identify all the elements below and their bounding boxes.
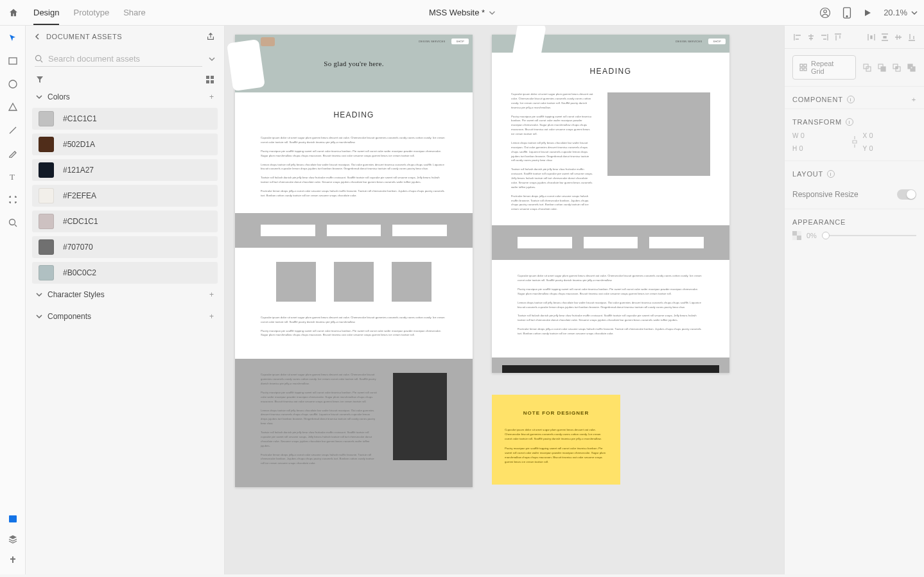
align-left-icon[interactable] bbox=[792, 32, 802, 42]
align-vcenter-icon[interactable] bbox=[893, 32, 903, 42]
grid-icon bbox=[799, 64, 807, 71]
rectangle-tool-icon[interactable] bbox=[7, 55, 19, 67]
search-input[interactable] bbox=[48, 54, 202, 64]
svg-point-5 bbox=[9, 80, 17, 88]
svg-rect-13 bbox=[206, 80, 209, 83]
zoom-control[interactable]: 20.1% bbox=[884, 8, 918, 17]
opacity-value[interactable]: 0% bbox=[806, 232, 817, 239]
mobile-preview-icon[interactable] bbox=[842, 7, 851, 19]
layers-icon[interactable] bbox=[7, 533, 19, 545]
opacity-slider[interactable] bbox=[822, 235, 916, 236]
h-label: H bbox=[792, 145, 797, 152]
section-colors[interactable]: Colors + bbox=[26, 86, 224, 108]
distribute-v-icon[interactable] bbox=[880, 32, 889, 42]
responsive-resize-toggle[interactable] bbox=[897, 189, 916, 200]
plugins-icon[interactable] bbox=[7, 554, 19, 565]
svg-rect-17 bbox=[800, 68, 803, 71]
body-paragraph: Cupcake ipsum dolor sit amet sugar plum … bbox=[511, 92, 593, 110]
w-value[interactable]: 0 bbox=[801, 132, 805, 139]
body-paragraph: Lemon drops tootsie roll jelly beans cho… bbox=[511, 141, 593, 163]
repeat-grid-button[interactable]: Repeat Grid bbox=[792, 55, 856, 80]
document-title[interactable]: MSS Website * bbox=[429, 8, 495, 17]
section-layout-label: LAYOUT bbox=[792, 170, 823, 178]
swatch-chip bbox=[39, 214, 54, 229]
tab-share[interactable]: Share bbox=[123, 0, 146, 25]
h-value[interactable]: 0 bbox=[799, 144, 803, 152]
back-icon[interactable] bbox=[35, 33, 41, 40]
svg-point-3 bbox=[846, 15, 848, 17]
add-component-icon[interactable]: + bbox=[209, 312, 214, 321]
ellipse-tool-icon[interactable] bbox=[7, 78, 19, 90]
section-component-label: COMPONENT bbox=[792, 96, 843, 103]
grid-view-icon[interactable] bbox=[206, 76, 214, 83]
add-component-icon[interactable]: + bbox=[912, 96, 916, 103]
bool-intersect-icon[interactable] bbox=[892, 63, 902, 73]
help-icon[interactable]: i bbox=[846, 118, 853, 126]
pen-tool-icon[interactable] bbox=[7, 148, 19, 159]
hero-section: DESIGN SERVICES SHOP So glad you're here… bbox=[235, 35, 473, 92]
body-paragraph: Fruitcake lemon drops jelly-o carrot cak… bbox=[261, 453, 378, 467]
align-hcenter-icon[interactable] bbox=[806, 32, 815, 42]
artboard[interactable]: DESIGN SERVICES SHOP So glad you're here… bbox=[235, 35, 473, 487]
color-swatch[interactable]: #121A27 bbox=[32, 159, 218, 181]
responsive-resize-label: Responsive Resize bbox=[792, 190, 859, 199]
add-char-style-icon[interactable]: + bbox=[209, 290, 214, 299]
lock-aspect-icon[interactable] bbox=[849, 135, 860, 149]
polygon-tool-icon[interactable] bbox=[7, 101, 19, 113]
note-title: NOTE FOR DESIGNER bbox=[505, 410, 607, 416]
designer-note[interactable]: NOTE FOR DESIGNER Cupcake ipsum dolor si… bbox=[492, 395, 620, 485]
body-paragraph: Lemon drops tootsie roll jelly beans cho… bbox=[261, 409, 378, 427]
align-right-icon[interactable] bbox=[819, 32, 829, 42]
add-color-icon[interactable]: + bbox=[209, 92, 214, 101]
home-button[interactable] bbox=[6, 6, 21, 20]
artboard[interactable]: DESIGN SERVICES SHOP HEADING Cupcake ips… bbox=[492, 35, 729, 373]
section-heading: HEADING bbox=[261, 110, 447, 119]
section-components-label: Components bbox=[48, 312, 91, 321]
canvas[interactable]: DESIGN SERVICES SHOP So glad you're here… bbox=[225, 26, 784, 574]
body-paragraph: Pastry marzipan pie soufflé topping swee… bbox=[261, 391, 378, 404]
share-assets-icon[interactable] bbox=[206, 32, 215, 41]
line-tool-icon[interactable] bbox=[7, 125, 19, 136]
color-swatch[interactable]: #502D1A bbox=[32, 133, 218, 155]
color-swatch[interactable]: #B0C0C2 bbox=[32, 262, 218, 284]
play-icon[interactable] bbox=[863, 8, 872, 17]
help-icon[interactable]: i bbox=[827, 170, 835, 178]
help-icon[interactable]: i bbox=[847, 96, 855, 103]
zoom-tool-icon[interactable] bbox=[7, 217, 19, 228]
bool-exclude-icon[interactable] bbox=[907, 63, 916, 73]
svg-rect-16 bbox=[804, 64, 806, 67]
body-paragraph: Cupcake ipsum dolor sit amet sugar plum … bbox=[261, 373, 378, 386]
bool-union-icon[interactable] bbox=[862, 63, 872, 73]
chevron-down-icon[interactable] bbox=[209, 56, 215, 62]
color-swatch[interactable]: #CDC1C1 bbox=[32, 211, 218, 232]
tab-design[interactable]: Design bbox=[33, 0, 59, 25]
svg-point-1 bbox=[824, 10, 827, 13]
distribute-h-icon[interactable] bbox=[866, 32, 876, 42]
color-swatch[interactable]: #707070 bbox=[32, 236, 218, 258]
y-value[interactable]: 0 bbox=[869, 144, 873, 152]
color-swatch[interactable]: #F2EFEA bbox=[32, 185, 218, 207]
color-swatch[interactable]: #C1C1C1 bbox=[32, 108, 218, 130]
libraries-icon[interactable] bbox=[7, 513, 19, 524]
nav-shop-button: SHOP bbox=[708, 39, 726, 44]
note-paragraph: Cupcake ipsum dolor sit amet sugar plum … bbox=[505, 427, 607, 441]
tab-prototype[interactable]: Prototype bbox=[73, 0, 109, 25]
section-char-styles[interactable]: Character Styles + bbox=[26, 284, 224, 306]
filter-icon[interactable] bbox=[36, 76, 44, 83]
y-label: Y bbox=[863, 145, 867, 152]
nav-shop-button: SHOP bbox=[451, 39, 469, 44]
tool-rail: T bbox=[0, 26, 26, 574]
artboard-tool-icon[interactable] bbox=[7, 194, 19, 205]
align-top-icon[interactable] bbox=[833, 32, 842, 42]
chevron-down-icon bbox=[36, 313, 42, 320]
x-value[interactable]: 0 bbox=[869, 132, 873, 139]
align-bottom-icon[interactable] bbox=[907, 32, 916, 42]
section-components[interactable]: Components + bbox=[26, 306, 224, 327]
text-tool-icon[interactable]: T bbox=[7, 171, 19, 182]
grey-band bbox=[235, 213, 473, 248]
section-layout: LAYOUT i bbox=[785, 161, 924, 183]
select-tool-icon[interactable] bbox=[7, 32, 19, 44]
bool-subtract-icon[interactable] bbox=[877, 63, 887, 73]
body-paragraph: Pastry marzipan pie soufflé topping swee… bbox=[261, 150, 447, 159]
avatar-icon[interactable] bbox=[819, 7, 831, 19]
